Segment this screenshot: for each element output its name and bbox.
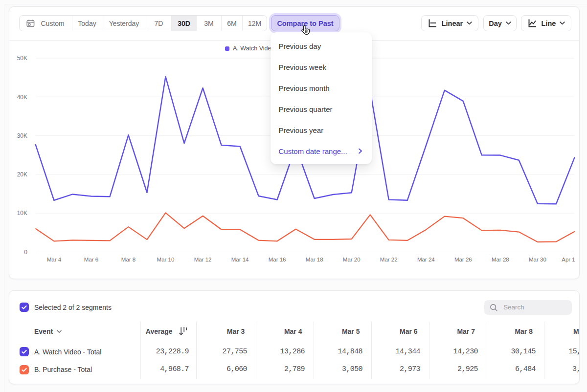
svg-text:Mar 4: Mar 4 <box>47 257 62 262</box>
svg-text:Mar 26: Mar 26 <box>454 257 472 262</box>
svg-text:Apr 1: Apr 1 <box>562 257 575 262</box>
svg-text:40K: 40K <box>17 94 27 101</box>
svg-text:Mar 12: Mar 12 <box>194 257 212 262</box>
svg-text:Mar 22: Mar 22 <box>380 257 398 262</box>
svg-text:Mar 10: Mar 10 <box>157 257 175 262</box>
svg-text:50K: 50K <box>17 55 27 62</box>
svg-text:Mar 24: Mar 24 <box>417 257 435 262</box>
svg-text:10K: 10K <box>17 210 27 217</box>
svg-text:Mar 20: Mar 20 <box>343 257 361 262</box>
svg-text:Mar 30: Mar 30 <box>529 257 546 262</box>
svg-text:Mar 28: Mar 28 <box>492 257 509 262</box>
svg-text:Mar 6: Mar 6 <box>84 257 98 262</box>
svg-text:Mar 8: Mar 8 <box>121 257 135 262</box>
svg-text:30K: 30K <box>17 132 27 139</box>
svg-text:Mar 16: Mar 16 <box>269 257 286 262</box>
svg-text:0: 0 <box>24 249 27 256</box>
svg-text:20K: 20K <box>17 171 27 178</box>
svg-text:Mar 18: Mar 18 <box>306 257 323 262</box>
svg-text:Mar 14: Mar 14 <box>231 257 249 262</box>
